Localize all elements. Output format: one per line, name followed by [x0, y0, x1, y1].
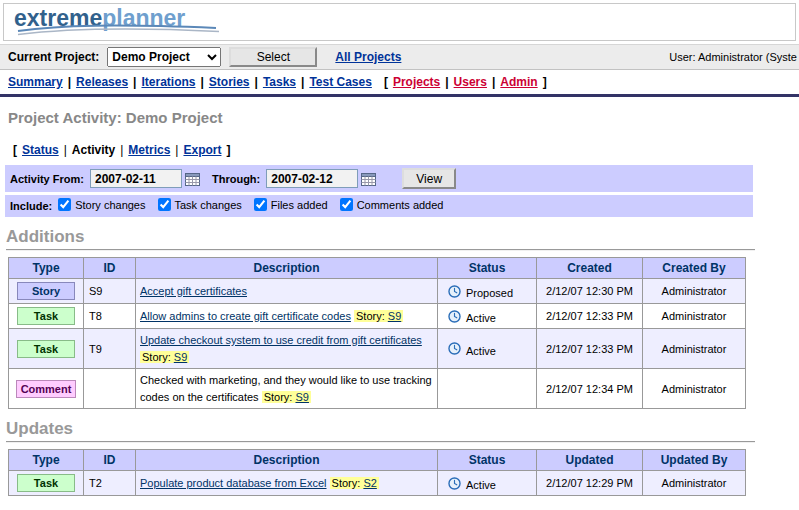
checkbox-story-changes[interactable] — [58, 198, 71, 211]
view-button[interactable]: View — [402, 168, 456, 189]
task-badge[interactable]: Task — [17, 340, 75, 358]
status-cell: Active — [438, 304, 537, 329]
story-link[interactable]: S9 — [388, 310, 401, 322]
story-label: Story: — [356, 310, 388, 322]
checkbox-label: Files added — [271, 199, 328, 211]
user-cell: Administrator — [643, 304, 746, 329]
project-select[interactable]: Demo Project — [107, 47, 221, 67]
nav-link-tasks[interactable]: Tasks — [263, 75, 296, 89]
story-reference: Story: S9 — [354, 310, 403, 322]
date-cell: 2/12/07 12:34 PM — [537, 369, 643, 409]
nav-link-summary[interactable]: Summary — [8, 75, 63, 89]
column-header-description: Description — [136, 450, 438, 471]
description-link[interactable]: Populate product database from Excel — [140, 477, 327, 489]
include-label: Include: — [10, 200, 52, 212]
task-badge[interactable]: Task — [17, 474, 75, 492]
subnav-tab-status[interactable]: Status — [22, 143, 59, 157]
type-cell: Task — [9, 471, 84, 496]
table-row: TaskT2Populate product database from Exc… — [9, 471, 746, 496]
from-date-input[interactable] — [90, 169, 182, 188]
bracket: [ — [384, 75, 388, 89]
clock-icon — [448, 342, 461, 355]
story-link[interactable]: S9 — [295, 391, 308, 403]
subnav-tab-export[interactable]: Export — [183, 143, 221, 157]
story-badge[interactable]: Story — [17, 282, 75, 300]
select-button[interactable]: Select — [229, 47, 317, 67]
story-link[interactable]: S9 — [174, 351, 187, 363]
calendar-icon[interactable] — [361, 171, 376, 186]
separator: | — [255, 75, 258, 89]
subnav-tab-activity: Activity — [72, 143, 115, 157]
nav-link-iterations[interactable]: Iterations — [141, 75, 195, 89]
calendar-icon[interactable] — [185, 171, 200, 186]
nav-link-projects[interactable]: Projects — [393, 75, 440, 89]
current-project-label: Current Project: — [8, 50, 99, 64]
through-date-input[interactable] — [266, 169, 358, 188]
comment-badge[interactable]: Comment — [16, 380, 77, 398]
description-link[interactable]: Update checkout system to use credit fro… — [140, 334, 422, 346]
separator: | — [301, 75, 304, 89]
updates-heading: Updates — [6, 419, 799, 439]
all-projects-link[interactable]: All Projects — [335, 50, 401, 64]
page-title: Project Activity: Demo Project — [8, 109, 799, 126]
column-header-updated-by: Updated By — [643, 450, 746, 471]
separator: | — [445, 75, 448, 89]
through-label: Through: — [212, 173, 260, 185]
include-option-comments-added[interactable]: Comments added — [340, 198, 444, 211]
separator: | — [120, 143, 123, 157]
column-header-status: Status — [438, 258, 537, 279]
column-header-created: Created — [537, 258, 643, 279]
nav-link-users[interactable]: Users — [454, 75, 487, 89]
clock-icon — [448, 477, 461, 490]
checkbox-task-changes[interactable] — [158, 198, 171, 211]
column-header-updated: Updated — [537, 450, 643, 471]
status-cell: Proposed — [438, 279, 537, 304]
checkbox-files-added[interactable] — [254, 198, 267, 211]
description-link[interactable]: Allow admins to create gift certificate … — [140, 310, 351, 322]
include-option-task-changes[interactable]: Task changes — [158, 198, 242, 211]
description-cell: Checked with marketing, and they would l… — [136, 369, 438, 409]
story-link[interactable]: S2 — [363, 477, 376, 489]
table-row: TaskT9Update checkout system to use cred… — [9, 329, 746, 369]
table-row: StoryS9Accept gift certificatesProposed2… — [9, 279, 746, 304]
description-link[interactable]: Accept gift certificates — [140, 285, 247, 297]
status-text: Active — [466, 479, 496, 491]
filter-include-row: Include: Story changesTask changesFiles … — [5, 195, 753, 217]
story-reference: Story: S9 — [140, 351, 189, 363]
updates-header-row: TypeIDDescriptionStatusUpdatedUpdated By — [9, 450, 746, 471]
item-id-cell: T9 — [84, 329, 136, 369]
column-header-description: Description — [136, 258, 438, 279]
status-text: Active — [466, 345, 496, 357]
include-options: Story changesTask changesFiles addedComm… — [58, 198, 455, 214]
subnav-tab-metrics[interactable]: Metrics — [128, 143, 170, 157]
include-option-story-changes[interactable]: Story changes — [58, 198, 145, 211]
section-divider — [6, 249, 755, 251]
story-label: Story: — [142, 351, 174, 363]
section-divider — [6, 441, 755, 443]
user-cell: Administrator — [643, 279, 746, 304]
separator: | — [175, 143, 178, 157]
story-label: Story: — [332, 477, 364, 489]
checkbox-comments-added[interactable] — [340, 198, 353, 211]
checkbox-label: Task changes — [175, 199, 242, 211]
story-reference: Story: S2 — [330, 477, 379, 489]
user-cell: Administrator — [643, 471, 746, 496]
column-header-created-by: Created By — [643, 258, 746, 279]
nav-link-admin[interactable]: Admin — [500, 75, 537, 89]
status-cell: Active — [438, 329, 537, 369]
nav-link-releases[interactable]: Releases — [76, 75, 128, 89]
checkbox-label: Comments added — [357, 199, 444, 211]
status-cell — [438, 369, 537, 409]
type-cell: Comment — [9, 369, 84, 409]
checkbox-label: Story changes — [75, 199, 145, 211]
include-option-files-added[interactable]: Files added — [254, 198, 328, 211]
task-badge[interactable]: Task — [17, 307, 75, 325]
nav-link-stories[interactable]: Stories — [209, 75, 250, 89]
description-cell: Update checkout system to use credit fro… — [136, 329, 438, 369]
nav-link-test-cases[interactable]: Test Cases — [309, 75, 371, 89]
type-cell: Task — [9, 329, 84, 369]
table-row: TaskT8Allow admins to create gift certif… — [9, 304, 746, 329]
user-cell: Administrator — [643, 329, 746, 369]
additions-heading: Additions — [6, 227, 799, 247]
separator: | — [64, 143, 67, 157]
